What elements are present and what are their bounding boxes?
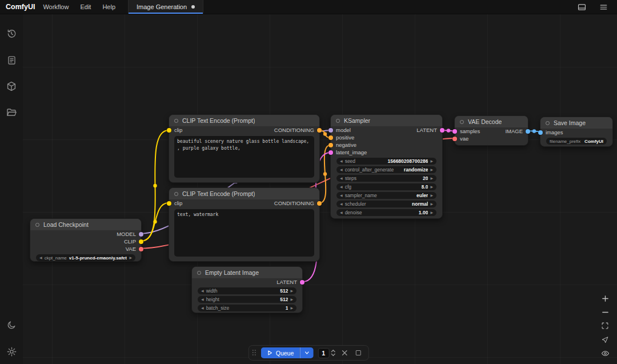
theme-toggle-moon-icon[interactable] [5, 318, 18, 332]
increment-icon[interactable] [330, 349, 335, 353]
decrement-icon[interactable] [330, 353, 335, 357]
batch-count-input[interactable]: 1 [318, 348, 329, 358]
widget-width[interactable]: width 512 [198, 287, 297, 294]
open-workflow-icon[interactable] [5, 106, 18, 119]
port-image-output[interactable] [526, 129, 530, 134]
hamburger-menu-icon[interactable] [596, 0, 610, 14]
menu-edit[interactable]: Edit [80, 3, 91, 10]
port-images-input[interactable] [538, 130, 543, 135]
next-value-icon[interactable] [430, 177, 433, 180]
next-value-icon[interactable] [430, 211, 433, 214]
port-clip-input[interactable] [167, 128, 171, 133]
next-value-icon[interactable] [430, 194, 433, 197]
drag-handle-icon[interactable] [253, 350, 257, 356]
node-ksampler[interactable]: KSampler model LATENT positive negative … [330, 114, 443, 219]
port-model-output[interactable] [139, 232, 143, 237]
history-icon[interactable] [5, 27, 18, 41]
collapse-dot-icon[interactable] [35, 223, 39, 227]
node-header[interactable]: CLIP Text Encode (Prompt) [169, 188, 319, 199]
zoom-in-icon[interactable] [600, 294, 610, 302]
menu-workflow[interactable]: Workflow [43, 3, 69, 10]
clear-queue-icon[interactable] [340, 350, 349, 356]
node-save-image[interactable]: Save Image images filename_prefix ComfyU… [540, 117, 613, 147]
prev-value-icon[interactable] [340, 185, 343, 189]
node-header[interactable]: KSampler [331, 115, 442, 126]
queue-button[interactable]: Queue [261, 347, 300, 358]
port-samples-input[interactable] [452, 129, 457, 134]
model-library-icon[interactable] [5, 79, 18, 93]
port-vae-output[interactable] [139, 247, 143, 251]
widget-sampler-name[interactable]: sampler_name euler [336, 192, 436, 199]
bottom-panel-toggle-icon[interactable] [575, 0, 588, 14]
workflows-icon[interactable] [5, 53, 18, 67]
menu-help[interactable]: Help [102, 3, 115, 10]
port-conditioning-output[interactable] [317, 128, 322, 133]
port-negative-input[interactable] [328, 143, 333, 147]
node-header[interactable]: Empty Latent Image [192, 267, 302, 278]
next-value-icon[interactable] [290, 289, 293, 293]
comfyui-canvas[interactable]: Load Checkpoint MODEL CLIP VAE ckpt_name… [0, 0, 617, 364]
node-clip-text-encode-positive[interactable]: CLIP Text Encode (Prompt) clip CONDITION… [169, 114, 320, 183]
fit-view-icon[interactable] [600, 322, 610, 330]
prev-value-icon[interactable] [340, 168, 343, 171]
collapse-dot-icon[interactable] [197, 271, 201, 275]
select-mode-pointer-icon[interactable] [600, 335, 610, 343]
widget-cfg[interactable]: cfg 8.0 [336, 183, 436, 190]
prev-value-icon[interactable] [340, 159, 343, 163]
next-value-icon[interactable] [290, 306, 293, 310]
widget-height[interactable]: height 512 [198, 296, 297, 303]
port-vae-input[interactable] [452, 137, 457, 141]
prev-value-icon[interactable] [340, 202, 343, 206]
port-clip-output[interactable] [139, 239, 143, 244]
collapse-dot-icon[interactable] [174, 119, 178, 123]
node-load-checkpoint[interactable]: Load Checkpoint MODEL CLIP VAE ckpt_name… [30, 218, 142, 262]
prev-value-icon[interactable] [201, 298, 204, 301]
node-empty-latent-image[interactable]: Empty Latent Image LATENT width 512 heig… [191, 266, 303, 313]
widget-filename-prefix[interactable]: filename_prefix ComfyUI [546, 138, 607, 145]
port-latent-output[interactable] [300, 280, 305, 285]
widget-steps[interactable]: steps 20 [336, 175, 436, 182]
zoom-out-icon[interactable] [600, 308, 610, 316]
collapse-dot-icon[interactable] [174, 192, 178, 196]
next-value-icon[interactable] [430, 185, 433, 189]
widget-control-after-generate[interactable]: control_after_generate randomize [336, 166, 436, 173]
widget-seed[interactable]: seed 156680208700286 [336, 158, 436, 165]
widget-scheduler[interactable]: scheduler normal [336, 201, 436, 207]
node-header[interactable]: VAE Decode [455, 116, 528, 127]
prompt-textarea[interactable]: beautiful scenery nature glass bottle la… [174, 136, 314, 178]
next-value-icon[interactable] [430, 202, 433, 206]
tab-image-generation[interactable]: Image Generation [128, 0, 203, 14]
prev-value-icon[interactable] [340, 194, 343, 197]
node-header[interactable]: Load Checkpoint [30, 219, 141, 230]
node-clip-text-encode-negative[interactable]: CLIP Text Encode (Prompt) clip CONDITION… [169, 187, 320, 262]
widget-ckpt-name[interactable]: ckpt_name v1-5-pruned-emaonly.safete... [36, 254, 135, 261]
prev-value-icon[interactable] [39, 256, 42, 259]
collapse-dot-icon[interactable] [460, 120, 464, 124]
node-header[interactable]: Save Image [540, 117, 612, 129]
node-vae-decode[interactable]: VAE Decode samples IMAGE vae [454, 115, 528, 146]
toggle-link-visibility-eye-icon[interactable] [600, 349, 610, 357]
widget-batch-size[interactable]: batch_size 1 [198, 305, 297, 311]
queue-options-button[interactable] [299, 347, 313, 358]
next-value-icon[interactable] [129, 256, 132, 259]
interrupt-stop-icon[interactable] [354, 350, 363, 355]
node-header[interactable]: CLIP Text Encode (Prompt) [169, 115, 319, 126]
port-latent-image-input[interactable] [328, 150, 333, 155]
port-clip-input[interactable] [167, 201, 171, 206]
prev-value-icon[interactable] [201, 289, 204, 293]
prev-value-icon[interactable] [201, 306, 204, 310]
next-value-icon[interactable] [430, 159, 433, 163]
port-positive-input[interactable] [328, 135, 333, 140]
settings-gear-icon[interactable] [5, 345, 18, 358]
prev-value-icon[interactable] [340, 211, 343, 214]
prev-value-icon[interactable] [340, 177, 343, 180]
collapse-dot-icon[interactable] [336, 119, 340, 123]
next-value-icon[interactable] [290, 298, 293, 301]
prompt-textarea[interactable]: text, watermark [174, 209, 314, 257]
port-conditioning-output[interactable] [317, 201, 322, 206]
port-latent-output[interactable] [440, 128, 444, 133]
widget-denoise[interactable]: denoise 1.00 [336, 209, 436, 216]
port-model-input[interactable] [328, 128, 333, 133]
next-value-icon[interactable] [430, 168, 433, 171]
collapse-dot-icon[interactable] [546, 121, 550, 125]
